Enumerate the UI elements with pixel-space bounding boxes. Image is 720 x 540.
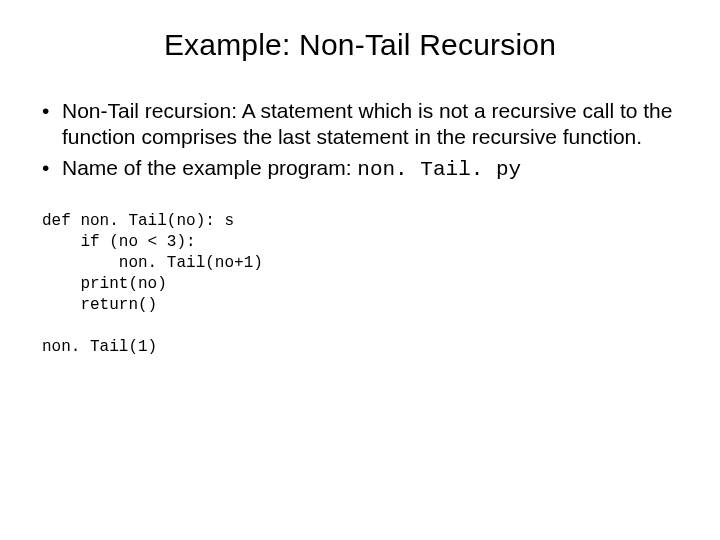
bullet-mono: non. Tail. py <box>357 158 521 181</box>
code-block: def non. Tail(no): s if (no < 3): non. T… <box>42 211 680 359</box>
bullet-text: Name of the example program: <box>62 156 357 179</box>
bullet-list: Non-Tail recursion: A statement which is… <box>40 98 680 183</box>
bullet-text: Non-Tail recursion: A statement which is… <box>62 99 672 148</box>
bullet-item: Name of the example program: non. Tail. … <box>40 155 680 183</box>
slide-title: Example: Non-Tail Recursion <box>40 28 680 62</box>
slide: Example: Non-Tail Recursion Non-Tail rec… <box>0 0 720 540</box>
bullet-item: Non-Tail recursion: A statement which is… <box>40 98 680 151</box>
